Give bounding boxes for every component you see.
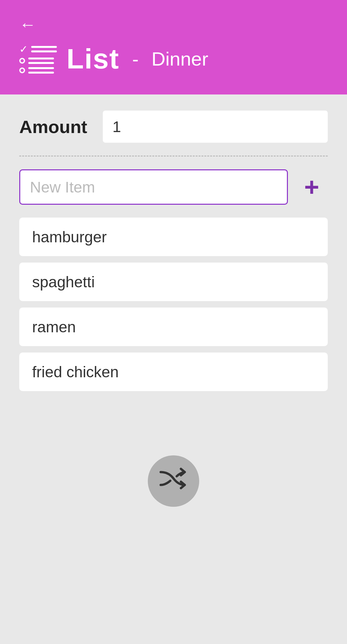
header: ← ✓ — [0, 0, 347, 94]
icon-line-1 — [31, 46, 57, 48]
list-item[interactable]: hamburger — [19, 218, 328, 256]
list-name: Dinner — [151, 48, 208, 70]
shuffle-button[interactable] — [148, 455, 199, 507]
amount-row: Amount — [19, 111, 328, 143]
new-item-input[interactable] — [19, 169, 288, 205]
check-icon: ✓ — [19, 44, 28, 54]
header-icon-lines-3 — [28, 67, 54, 74]
list-items-container: hamburger spaghetti ramen fried chicken — [19, 218, 328, 391]
list-item-text: hamburger — [32, 228, 107, 246]
main-content: Amount + hamburger spaghetti ramen fried… — [0, 94, 347, 641]
list-item-text: spaghetti — [32, 273, 95, 291]
icon-line-5 — [28, 67, 54, 69]
shuffle-icon — [159, 467, 188, 495]
amount-label: Amount — [19, 116, 90, 137]
circle-icon-2 — [19, 67, 25, 73]
list-item[interactable]: ramen — [19, 308, 328, 346]
new-item-row: + — [19, 169, 328, 205]
icon-line-6 — [28, 72, 54, 74]
header-icon-lines — [31, 46, 57, 52]
circle-icon-1 — [19, 58, 25, 64]
icon-line-2 — [31, 50, 57, 52]
list-icon: ✓ — [19, 44, 57, 74]
icon-line-3 — [28, 58, 54, 59]
back-button[interactable]: ← — [19, 16, 36, 33]
divider — [19, 156, 328, 157]
list-item[interactable]: fried chicken — [19, 353, 328, 391]
list-item-text: fried chicken — [32, 363, 119, 381]
page-title: List — [67, 42, 119, 75]
header-content: ✓ List - D — [19, 42, 328, 75]
add-item-button[interactable]: + — [296, 169, 328, 205]
amount-input[interactable] — [103, 111, 328, 143]
list-item-text: ramen — [32, 318, 76, 336]
title-separator: - — [132, 48, 138, 70]
icon-line-4 — [28, 62, 54, 64]
list-item[interactable]: spaghetti — [19, 263, 328, 301]
header-icon-lines-2 — [28, 58, 54, 64]
shuffle-container — [19, 455, 328, 507]
